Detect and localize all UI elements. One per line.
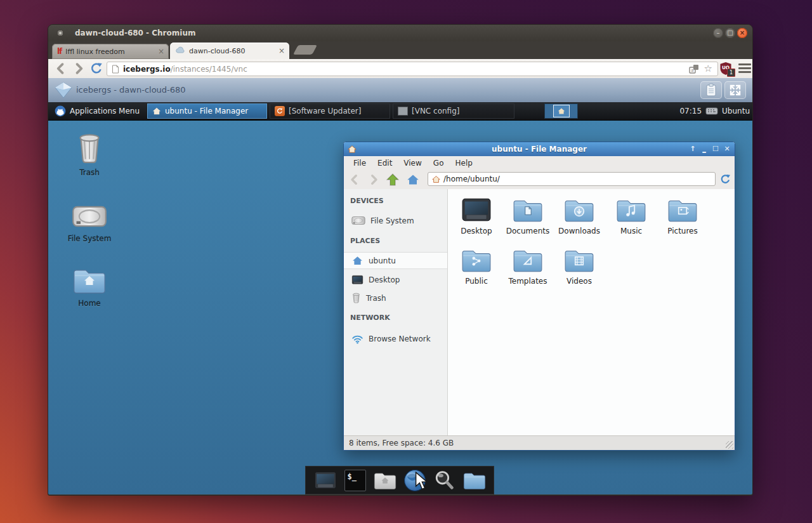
maximize-button[interactable]: □ bbox=[725, 28, 735, 38]
desktop-icon-label: Trash bbox=[59, 168, 120, 177]
task-vnc-config[interactable]: [VNC config] bbox=[393, 103, 514, 119]
file-templates[interactable]: Templates bbox=[502, 247, 553, 286]
url-path: /instances/1445/vnc bbox=[171, 65, 247, 74]
documents-folder-icon bbox=[512, 197, 544, 223]
file-pictures[interactable]: Pictures bbox=[657, 197, 708, 235]
cloud-favicon-icon bbox=[175, 46, 185, 55]
file-downloads[interactable]: Downloads bbox=[554, 197, 605, 235]
translate-icon[interactable] bbox=[689, 64, 699, 74]
close-button[interactable]: × bbox=[737, 28, 747, 38]
browser-toolbar: icebergs.io/instances/1445/vnc ☆ 1 bbox=[48, 59, 752, 79]
browser-menu-icon[interactable] bbox=[738, 63, 751, 74]
dock: $_ bbox=[305, 466, 494, 494]
desktop-icon bbox=[351, 275, 363, 285]
clipboard-button[interactable] bbox=[700, 81, 722, 99]
file-manager-toolbar: /home/ubuntu/ bbox=[344, 169, 735, 190]
public-folder-icon bbox=[461, 247, 492, 274]
tab-label: lffl linux freedom bbox=[65, 48, 154, 56]
browser-window: dawn-cloud-680 - Chromium – □ × lf lffl … bbox=[48, 24, 753, 496]
refresh-button[interactable] bbox=[717, 171, 733, 187]
tab-lffl[interactable]: lf lffl linux freedom × bbox=[52, 44, 169, 59]
tab-close-icon[interactable]: × bbox=[278, 46, 285, 55]
home-folder-icon[interactable] bbox=[373, 469, 397, 492]
task-software-updater[interactable]: [Software Updater] bbox=[270, 103, 390, 119]
forward-icon[interactable] bbox=[72, 62, 85, 75]
maximize-button[interactable]: ☐ bbox=[710, 142, 721, 156]
file-documents[interactable]: Documents bbox=[502, 197, 553, 235]
sidebar-item-desktop[interactable]: Desktop bbox=[344, 271, 447, 288]
icebergs-logo-icon bbox=[55, 82, 72, 98]
terminal-icon[interactable]: $_ bbox=[343, 469, 367, 492]
home-icon bbox=[351, 255, 363, 266]
show-desktop-icon[interactable] bbox=[313, 469, 337, 492]
sidebar-item-browse-network[interactable]: Browse Network bbox=[344, 330, 447, 347]
file-videos[interactable]: Videos bbox=[554, 247, 605, 286]
desktop-icon-home[interactable]: Home bbox=[59, 266, 120, 308]
file-list[interactable]: Desktop Documents Down bbox=[448, 189, 735, 435]
tab-dawn-cloud[interactable]: dawn-cloud-680 × bbox=[170, 43, 289, 59]
desktop-icon-label: File System bbox=[59, 234, 120, 243]
hard-drive-icon bbox=[72, 202, 107, 230]
up-button[interactable] bbox=[384, 171, 401, 187]
home-button[interactable] bbox=[405, 171, 421, 187]
keyboard-indicator-icon[interactable] bbox=[705, 107, 718, 116]
reload-icon[interactable] bbox=[90, 62, 103, 75]
home-folder-icon bbox=[72, 266, 107, 295]
file-public[interactable]: Public bbox=[451, 247, 502, 286]
minimize-button[interactable]: ‗ bbox=[698, 142, 710, 156]
shade-button[interactable]: ↑ bbox=[687, 142, 698, 156]
workspace-switcher[interactable] bbox=[544, 103, 578, 119]
menu-view[interactable]: View bbox=[398, 159, 427, 168]
status-text: 8 items, Free space: 4.6 GB bbox=[349, 439, 454, 447]
fullscreen-button[interactable] bbox=[724, 81, 746, 99]
file-music[interactable]: Music bbox=[606, 197, 657, 235]
search-icon[interactable] bbox=[433, 469, 457, 492]
vnc-desktop[interactable]: Applications Menu ubuntu - File Manager … bbox=[48, 102, 752, 494]
forward-button[interactable] bbox=[365, 171, 382, 187]
sidebar-header-places: PLACES bbox=[350, 237, 380, 245]
back-button[interactable] bbox=[346, 171, 363, 187]
sidebar-item-file-system[interactable]: File System bbox=[344, 212, 447, 229]
file-manager-title: ubuntu - File Manager bbox=[344, 142, 735, 156]
tab-close-icon[interactable]: × bbox=[158, 47, 164, 56]
file-manager-icon[interactable] bbox=[462, 469, 487, 492]
menu-bar: File Edit View Go Help bbox=[344, 156, 735, 169]
minimize-button[interactable]: – bbox=[713, 28, 723, 38]
bookmark-star-icon[interactable]: ☆ bbox=[704, 64, 712, 74]
menu-go[interactable]: Go bbox=[428, 159, 450, 168]
menu-edit[interactable]: Edit bbox=[372, 159, 398, 168]
file-manager-titlebar[interactable]: ubuntu - File Manager ↑ ‗ ☐ ✕ bbox=[344, 142, 735, 156]
pictures-folder-icon bbox=[667, 197, 698, 223]
resize-grip[interactable] bbox=[726, 441, 733, 449]
desktop-icon-file-system[interactable]: File System bbox=[59, 202, 120, 243]
task-file-manager[interactable]: ubuntu - File Manager bbox=[147, 103, 267, 119]
trash-icon bbox=[351, 293, 361, 303]
session-menu[interactable]: Ubuntu bbox=[722, 107, 750, 116]
browser-window-title: dawn-cloud-680 - Chromium bbox=[75, 25, 195, 41]
desktop-icon-trash[interactable]: Trash bbox=[59, 133, 120, 177]
browser-titlebar[interactable]: dawn-cloud-680 - Chromium – □ × bbox=[48, 25, 752, 41]
menu-help[interactable]: Help bbox=[449, 159, 478, 168]
location-bar[interactable]: /home/ubuntu/ bbox=[428, 172, 716, 186]
sidebar-item-trash[interactable]: Trash bbox=[344, 289, 447, 307]
location-home-icon bbox=[432, 175, 440, 183]
workspace-window-thumb bbox=[553, 105, 570, 117]
clock[interactable]: 07:15 bbox=[679, 107, 702, 116]
address-bar[interactable]: icebergs.io/instances/1445/vnc ☆ bbox=[107, 62, 718, 76]
back-icon[interactable] bbox=[55, 62, 67, 75]
url-host: icebergs.io bbox=[123, 65, 171, 74]
icebergs-header: icebergs - dawn-cloud-680 bbox=[48, 78, 752, 103]
applications-menu-button[interactable]: Applications Menu bbox=[49, 103, 145, 119]
adblock-extension-icon[interactable]: 1 bbox=[719, 62, 732, 76]
software-updater-icon bbox=[275, 106, 285, 116]
sidebar-item-ubuntu[interactable]: ubuntu bbox=[344, 252, 447, 269]
file-desktop[interactable]: Desktop bbox=[451, 197, 502, 235]
new-tab-button[interactable] bbox=[293, 45, 317, 55]
instance-title: icebergs - dawn-cloud-680 bbox=[76, 78, 186, 102]
menu-file[interactable]: File bbox=[348, 159, 372, 168]
close-button[interactable]: ✕ bbox=[721, 142, 733, 156]
tab-strip: lf lffl linux freedom × dawn-cloud-680 × bbox=[48, 41, 752, 59]
sidebar: DEVICES File System PLACES ubuntu De bbox=[344, 189, 448, 435]
file-manager-body: DEVICES File System PLACES ubuntu De bbox=[344, 189, 735, 435]
adblock-badge: 1 bbox=[727, 69, 735, 77]
